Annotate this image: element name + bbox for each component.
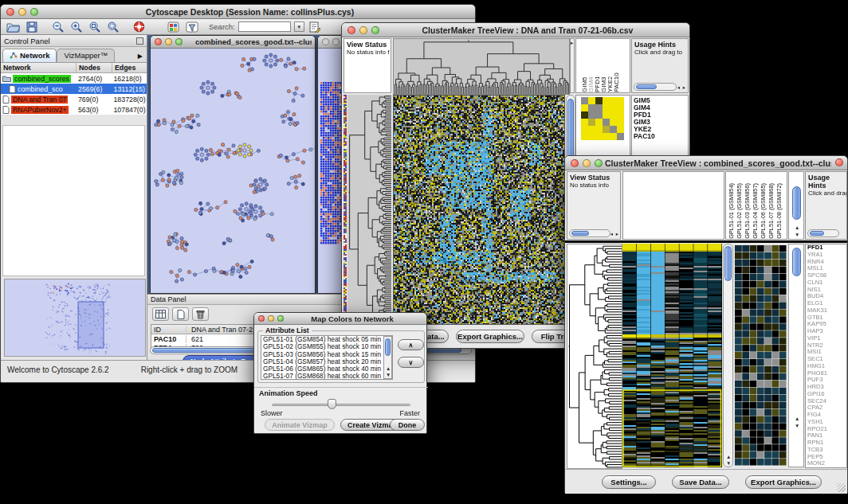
export-graphics-button[interactable]: Export Graphics... <box>745 475 822 489</box>
treeview2-titlebar[interactable]: ClusterMaker TreeView : combined_scores_… <box>565 156 847 170</box>
gene-label[interactable]: MON2 <box>806 460 846 467</box>
birdseye-view[interactable] <box>4 279 146 357</box>
usage-hints-hscrollbar[interactable] <box>807 229 839 237</box>
tab-overflow-button[interactable]: ▶ <box>138 53 145 62</box>
network-row-selected[interactable]: combined_sco 2569(6) 13112(15) <box>1 84 147 94</box>
network-row[interactable]: DNA and Tran 07 769(0) 183728(0) <box>1 94 147 104</box>
zoom-fit-icon[interactable] <box>87 21 102 33</box>
column-label[interactable]: GPL51-03 (GSM856) <box>744 172 752 239</box>
minimize-button[interactable] <box>583 159 591 167</box>
row-dendrogram[interactable] <box>347 95 391 323</box>
zoom-out-icon[interactable] <box>50 21 65 33</box>
done-button[interactable]: Done <box>390 419 425 431</box>
close-button[interactable] <box>258 315 265 322</box>
zoom-button[interactable] <box>277 315 284 322</box>
scrollbar-thumb[interactable] <box>792 186 801 220</box>
float-panel-icon[interactable] <box>136 37 143 45</box>
view-status-hscrollbar[interactable] <box>569 229 610 237</box>
column-label[interactable]: GPL51-06 (GSM865) <box>760 172 768 239</box>
tab-vizmapper[interactable]: VizMapper™ <box>57 49 115 62</box>
network-grid-canvas[interactable] <box>320 82 343 245</box>
scrollbar-thumb[interactable] <box>724 246 732 281</box>
trash-icon[interactable] <box>192 307 209 321</box>
move-down-button[interactable]: ∨ <box>398 357 424 368</box>
column-label[interactable]: PFD1 <box>594 76 600 92</box>
search-input[interactable] <box>238 21 291 32</box>
column-label[interactable]: GIM3 <box>600 76 607 92</box>
genes-vscrollbar[interactable]: ▲ ▼ <box>788 244 804 467</box>
close-button[interactable] <box>322 38 329 45</box>
settings-button[interactable]: Settings... <box>602 475 656 489</box>
open-folder-icon[interactable] <box>6 21 21 33</box>
network-row[interactable]: combined_scores 2764(0) 16218(0) <box>1 73 147 84</box>
vizmapper-icon[interactable] <box>166 21 181 33</box>
column-label[interactable]: YKE2 <box>607 76 613 92</box>
heatmap-vscrollbar[interactable]: ▲ ▼ <box>723 244 733 467</box>
minimize-button[interactable] <box>18 8 26 16</box>
correlation-matrix[interactable] <box>581 97 624 140</box>
speed-slider-track[interactable] <box>272 404 410 406</box>
search-dropdown-icon[interactable]: ▼ <box>294 21 304 32</box>
network-list-area[interactable] <box>2 125 145 276</box>
filter-icon[interactable] <box>184 21 199 33</box>
close-button[interactable] <box>155 38 162 45</box>
close-button[interactable] <box>6 8 14 16</box>
scrollbar-thumb[interactable] <box>792 248 801 276</box>
column-label[interactable]: GPL51-02 (GSM855) <box>736 172 744 239</box>
annotation-icon[interactable] <box>308 21 323 33</box>
zoom-in-icon[interactable] <box>69 21 84 33</box>
scrollbar-thumb[interactable] <box>385 338 391 356</box>
heatmap-canvas[interactable] <box>393 95 565 325</box>
network-canvas[interactable] <box>151 49 315 293</box>
usage-hints-hscrollbar[interactable] <box>634 83 677 91</box>
scrollbar-thumb[interactable] <box>636 84 657 89</box>
save-data-button[interactable]: Save Data... <box>672 475 729 489</box>
col-nodes[interactable]: Nodes <box>77 63 112 72</box>
file-icon[interactable] <box>172 307 189 321</box>
minimize-button[interactable] <box>332 38 340 45</box>
column-label[interactable]: GIM4 <box>587 76 594 92</box>
column-label[interactable]: GPL51-01 (GSM854) <box>728 172 736 239</box>
column-label[interactable]: GIM5 <box>581 76 587 92</box>
speed-slider-thumb[interactable] <box>328 399 336 409</box>
resize-grip[interactable] <box>837 483 846 492</box>
column-tree-area[interactable] <box>622 171 724 240</box>
column-label[interactable]: GPL51-04 (GSM857) <box>752 172 760 239</box>
column-dendrogram[interactable] <box>393 38 570 95</box>
zoom-button[interactable] <box>30 8 38 16</box>
column-label[interactable]: GPL51-08 (GSM872) <box>775 172 783 239</box>
treeview1-titlebar[interactable]: ClusterMaker TreeView : DNA and Tran 07-… <box>342 23 689 37</box>
column-label[interactable]: PAC10 <box>613 72 619 92</box>
row-label[interactable]: PAC10 <box>632 133 688 140</box>
export-graphics-button[interactable]: Export Graphics... <box>456 330 524 343</box>
attribute-list-item[interactable]: GPL51-07 (GSM868) heat shock 60 min <box>261 373 392 380</box>
attribute-list[interactable]: GPL51-01 (GSM854) heat shock 05 minGPL51… <box>261 335 393 380</box>
move-up-button[interactable]: ∧ <box>398 339 424 350</box>
labels-vscrollbar[interactable]: ▲ ▼ <box>788 171 804 240</box>
save-icon[interactable] <box>24 21 39 33</box>
tab-network[interactable]: Network <box>2 49 57 62</box>
zoom-button[interactable] <box>371 26 379 34</box>
network-view-titlebar[interactable]: combined_scores_good.txt--cluste... <box>151 36 315 49</box>
col-network[interactable]: Network <box>1 63 77 72</box>
close-button[interactable] <box>347 26 355 34</box>
minimize-button[interactable] <box>359 26 367 34</box>
heatmap-canvas[interactable] <box>622 244 722 467</box>
splitter[interactable]: ▸ <box>570 38 575 93</box>
zoom-heatmap-canvas[interactable] <box>735 245 787 466</box>
row-dendrogram[interactable] <box>567 244 622 469</box>
minimize-button[interactable] <box>165 38 172 45</box>
column-label[interactable]: GPL51-07 (GSM868) <box>768 172 775 239</box>
scrollbar-thumb[interactable] <box>571 231 589 236</box>
dialog-titlebar[interactable]: Map Colors to Network <box>254 313 426 325</box>
scrollbar-thumb[interactable] <box>810 231 824 236</box>
cytoscape-titlebar[interactable]: Cytoscape Desktop (Session Name: collins… <box>1 5 475 19</box>
minimize-button[interactable] <box>268 315 274 322</box>
table-icon[interactable] <box>152 307 169 321</box>
help-lifering-icon[interactable] <box>132 21 147 33</box>
col-edges[interactable]: Edges <box>112 63 146 72</box>
zoom-button[interactable] <box>175 38 183 45</box>
close-button[interactable] <box>571 159 579 167</box>
col-id[interactable]: ID <box>151 326 186 334</box>
network-table-header[interactable]: Network Nodes Edges <box>1 63 147 73</box>
